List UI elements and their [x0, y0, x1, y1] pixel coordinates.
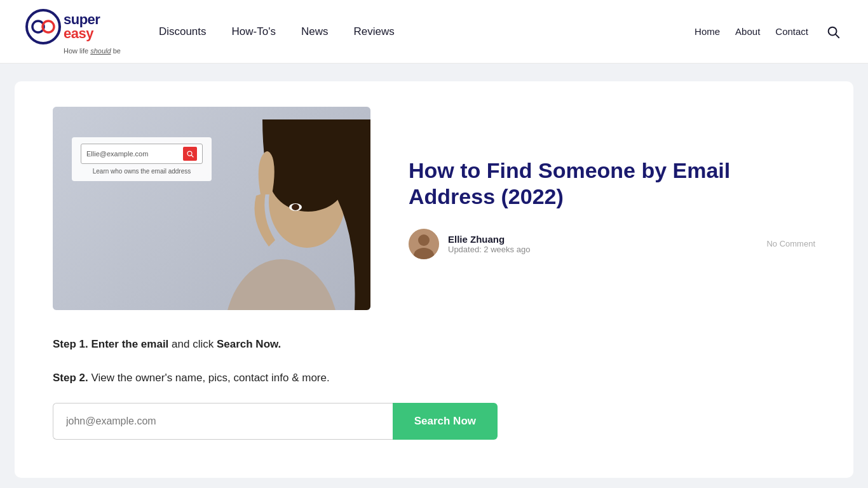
logo-icon — [25, 9, 61, 44]
nav-reviews[interactable]: Reviews — [353, 19, 394, 44]
nav-home[interactable]: Home — [695, 26, 720, 37]
logo-text-block: super easy — [64, 13, 100, 41]
main-nav: Discounts How-To's News Reviews — [159, 19, 395, 44]
article-title: How to Find Someone by Email Address (20… — [409, 158, 815, 210]
svg-line-4 — [836, 34, 839, 37]
person-svg — [193, 119, 370, 310]
svg-point-11 — [292, 204, 299, 210]
nav-contact[interactable]: Contact — [775, 26, 808, 37]
hero-image-box: Ellie@example.com Learn who owns the ema… — [53, 107, 370, 310]
avatar-icon — [409, 229, 439, 259]
site-header: super easy How life should be Discounts … — [0, 0, 868, 64]
logo-easy-text: easy — [64, 27, 100, 41]
search-button-header[interactable] — [824, 22, 843, 41]
hero-search-caption: Learn who owns the email address — [81, 168, 203, 175]
no-comment-badge: No Comment — [766, 239, 815, 248]
hero-image-inner: Ellie@example.com Learn who owns the ema… — [53, 107, 370, 310]
search-icon — [826, 25, 840, 39]
logo-tagline: How life should be — [64, 47, 121, 55]
svg-point-13 — [418, 234, 430, 246]
nav-howtos[interactable]: How-To's — [232, 19, 276, 44]
nav-news[interactable]: News — [301, 19, 329, 44]
logo-tagline-italic: should — [90, 47, 111, 55]
logo-mark: super easy — [25, 9, 100, 44]
step1-search-now: Search Now. — [217, 338, 281, 350]
nav-about[interactable]: About — [735, 26, 760, 37]
step1-line: Step 1. Enter the email and click Search… — [53, 336, 815, 353]
person-silhouette — [193, 119, 370, 310]
nav-discounts[interactable]: Discounts — [159, 19, 207, 44]
article-body: Step 1. Enter the email and click Search… — [53, 336, 815, 440]
header-left: super easy How life should be Discounts … — [25, 9, 395, 55]
page-wrapper: Ellie@example.com Learn who owns the ema… — [15, 81, 853, 478]
author-row: Ellie Zhuang Updated: 2 weeks ago No Com… — [409, 229, 815, 259]
author-info: Ellie Zhuang Updated: 2 weeks ago — [448, 234, 530, 254]
hero-search-widget: Ellie@example.com Learn who owns the ema… — [72, 137, 212, 181]
step2-line: Step 2. View the owner's name, pics, con… — [53, 369, 815, 386]
author-name: Ellie Zhuang — [448, 234, 530, 245]
search-widget: Search Now — [53, 403, 498, 440]
logo-area[interactable]: super easy How life should be — [25, 9, 121, 55]
email-search-input[interactable] — [53, 403, 393, 440]
header-right: Home About Contact — [695, 22, 843, 41]
hero-search-bar: Ellie@example.com — [81, 144, 203, 164]
step1-label: Step 1. Enter the email — [53, 338, 168, 350]
author-updated: Updated: 2 weeks ago — [448, 245, 530, 254]
step2-label: Step 2. — [53, 372, 88, 384]
search-now-button[interactable]: Search Now — [393, 403, 498, 440]
author-avatar — [409, 229, 439, 259]
hero-search-input-text: Ellie@example.com — [86, 150, 179, 158]
article-meta: How to Find Someone by Email Address (20… — [409, 158, 815, 259]
article-header: Ellie@example.com Learn who owns the ema… — [53, 107, 815, 310]
logo-super-text: super — [64, 13, 100, 27]
svg-point-7 — [224, 259, 339, 310]
